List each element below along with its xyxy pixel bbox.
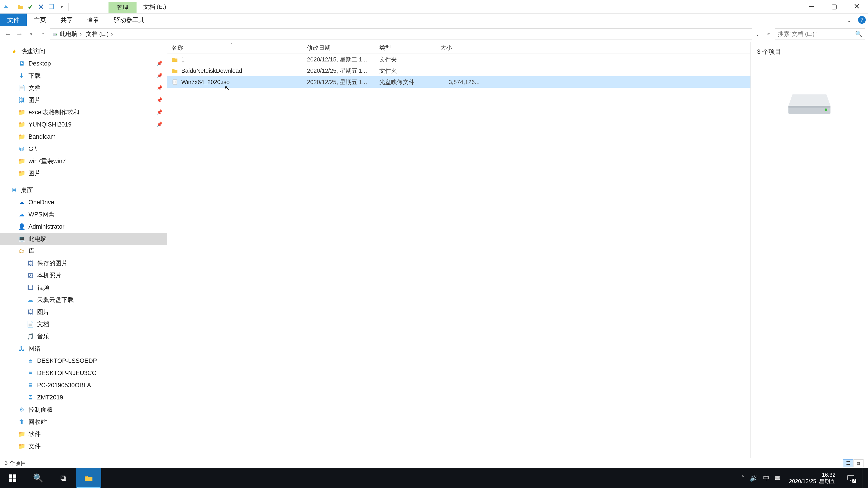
tree-win7reinstall[interactable]: 📁win7重装win7 xyxy=(0,155,167,167)
notification-badge: 3 xyxy=(852,479,856,483)
maximize-button[interactable]: ▢ xyxy=(823,0,845,13)
address-bar[interactable]: 此电脑 文档 (E:) xyxy=(50,29,752,40)
tree-admin[interactable]: 👤Administrator xyxy=(0,221,167,233)
taskbar-explorer[interactable] xyxy=(76,468,101,488)
tree-quick-access[interactable]: ★快速访问 xyxy=(0,45,167,57)
status-bar: 3 个项目 ☰ ▦ xyxy=(0,458,868,468)
tab-file[interactable]: 文件 xyxy=(0,13,27,26)
refresh-button[interactable]: ⟳ xyxy=(763,32,773,36)
tree-pictures3[interactable]: 🖼图片 xyxy=(0,306,167,318)
qat-check-icon[interactable]: ✔ xyxy=(26,2,35,12)
file-date: 2020/12/15, 星期二 1... xyxy=(303,56,375,64)
tree-net3[interactable]: 🖥PC-20190530OBLA xyxy=(0,379,167,391)
tree-net1[interactable]: 🖥DESKTOP-LSSOEDP xyxy=(0,355,167,367)
tree-excel[interactable]: 📁excel表格制作求和📌 xyxy=(0,106,167,119)
tree-net4[interactable]: 🖥ZMT2019 xyxy=(0,391,167,403)
explorer-window: ✔ ✕ ❒ ▾ 管理 文档 (E:) ─ ▢ ✕ 文件 主页 共享 查看 驱动器… xyxy=(0,0,868,468)
navigation-tree[interactable]: ★快速访问 🖥Desktop📌 ⬇下载📌 📄文档📌 🖼图片📌 📁excel表格制… xyxy=(0,42,167,458)
breadcrumb-drive[interactable]: 文档 (E:) xyxy=(86,30,115,38)
tree-camera-roll[interactable]: 🖼本机照片 xyxy=(0,269,167,282)
clock-time: 16:32 xyxy=(789,472,835,478)
tree-videos[interactable]: 🎞视频 xyxy=(0,282,167,294)
nav-recent-dropdown-icon[interactable]: ▾ xyxy=(26,29,36,39)
tree-gdrive[interactable]: ⛁G:\ xyxy=(0,143,167,155)
tree-this-pc[interactable]: 💻此电脑 xyxy=(0,233,167,245)
qat-customize-dropdown-icon[interactable]: ▾ xyxy=(57,2,67,12)
tree-music[interactable]: 🎵音乐 xyxy=(0,330,167,343)
taskbar[interactable]: 🔍 ⧉ ˄ 🔊 中 ✉ 16:32 2020/12/25, 星期五 3 xyxy=(0,468,868,488)
tree-recycle[interactable]: 🗑回收站 xyxy=(0,416,167,428)
nav-back-button[interactable]: ← xyxy=(3,29,13,39)
col-name[interactable]: 名称˄ xyxy=(167,44,303,52)
tree-documents[interactable]: 📄文档📌 xyxy=(0,82,167,94)
tree-pictures2[interactable]: 📁图片 xyxy=(0,167,167,180)
file-date: 2020/12/25, 星期五 1... xyxy=(303,78,375,86)
file-rows[interactable]: 12020/12/15, 星期二 1...文件夹BaiduNetdiskDown… xyxy=(167,54,750,458)
tree-documents2[interactable]: 📄文档 xyxy=(0,318,167,330)
tab-share[interactable]: 共享 xyxy=(53,13,80,26)
action-center-button[interactable]: 3 xyxy=(844,472,857,484)
qat-properties-icon[interactable]: ❒ xyxy=(46,2,56,12)
tree-net2[interactable]: 🖥DESKTOP-NJEU3CG xyxy=(0,367,167,379)
search-input[interactable] xyxy=(778,31,853,37)
tree-yunqishi[interactable]: 📁YUNQISHI2019📌 xyxy=(0,119,167,131)
contextual-tab-manage[interactable]: 管理 xyxy=(108,2,136,13)
start-button[interactable] xyxy=(0,468,25,488)
app-icon[interactable] xyxy=(1,2,11,12)
tree-network[interactable]: 🖧网络 xyxy=(0,343,167,355)
tree-files[interactable]: 📁文件 xyxy=(0,440,167,452)
tray-clock[interactable]: 16:32 2020/12/25, 星期五 xyxy=(785,472,839,484)
pin-icon: 📌 xyxy=(156,73,162,78)
tree-saved-pictures[interactable]: 🖼保存的图片 xyxy=(0,257,167,269)
ribbon-collapse-icon[interactable]: ⌄ xyxy=(844,15,854,24)
tab-home[interactable]: 主页 xyxy=(27,13,53,26)
file-row[interactable]: Win7x64_2020.iso2020/12/25, 星期五 1...光盘映像… xyxy=(167,76,750,88)
search-button[interactable]: 🔍 xyxy=(25,468,51,488)
minimize-button[interactable]: ─ xyxy=(800,0,823,13)
search-icon[interactable]: 🔍 xyxy=(855,31,862,37)
tree-wps[interactable]: ☁WPS网盘 xyxy=(0,208,167,221)
search-box[interactable]: 🔍 xyxy=(775,29,865,40)
tray-mail-icon[interactable]: ✉ xyxy=(775,475,780,482)
title-bar: ✔ ✕ ❒ ▾ 管理 文档 (E:) ─ ▢ ✕ xyxy=(0,0,868,13)
video-icon: 🎞 xyxy=(27,284,34,291)
svg-marker-4 xyxy=(788,94,831,106)
view-details-button[interactable]: ☰ xyxy=(843,459,853,467)
task-view-button[interactable]: ⧉ xyxy=(51,468,76,488)
tree-desktop[interactable]: 🖥Desktop📌 xyxy=(0,57,167,70)
help-icon[interactable]: ? xyxy=(858,16,866,24)
desktop-icon: 🖥 xyxy=(10,186,18,194)
tree-pictures[interactable]: 🖼图片📌 xyxy=(0,94,167,106)
tree-downloads[interactable]: ⬇下载📌 xyxy=(0,70,167,82)
tree-onedrive[interactable]: ☁OneDrive xyxy=(0,196,167,208)
show-desktop-button[interactable] xyxy=(863,468,865,488)
close-button[interactable]: ✕ xyxy=(845,0,868,13)
address-history-dropdown-icon[interactable]: ⌄ xyxy=(754,31,761,37)
tray-volume-icon[interactable]: 🔊 xyxy=(750,475,758,482)
tree-tianyi[interactable]: ☁天翼云盘下载 xyxy=(0,294,167,306)
breadcrumb-this-pc[interactable]: 此电脑 xyxy=(60,30,84,38)
col-date[interactable]: 修改日期 xyxy=(303,44,375,52)
qat-folder-icon[interactable] xyxy=(15,2,25,12)
col-size[interactable]: 大小 xyxy=(436,44,486,52)
nav-forward-button[interactable]: → xyxy=(14,29,24,39)
tree-software[interactable]: 📁软件 xyxy=(0,428,167,440)
tray-ime-icon[interactable]: 中 xyxy=(763,474,770,482)
svg-rect-12 xyxy=(85,476,88,477)
tab-drive-tools[interactable]: 驱动器工具 xyxy=(107,13,152,26)
tray-chevron-up-icon[interactable]: ˄ xyxy=(741,475,744,482)
tree-desktop-root[interactable]: 🖥桌面 xyxy=(0,184,167,196)
nav-up-button[interactable]: ↑ xyxy=(38,29,48,39)
disc-image-icon xyxy=(171,78,178,86)
col-type[interactable]: 类型 xyxy=(375,44,436,52)
computer-icon: 🖥 xyxy=(27,382,34,389)
file-row[interactable]: BaiduNetdiskDownload2020/12/25, 星期五 1...… xyxy=(167,65,750,76)
folder-icon: 📁 xyxy=(18,158,25,165)
tree-control-panel[interactable]: ⚙控制面板 xyxy=(0,403,167,416)
qat-delete-icon[interactable]: ✕ xyxy=(36,2,46,12)
tree-libraries[interactable]: 🗂库 xyxy=(0,245,167,257)
view-icons-button[interactable]: ▦ xyxy=(854,459,864,467)
tree-bandicam[interactable]: 📁Bandicam xyxy=(0,131,167,143)
file-row[interactable]: 12020/12/15, 星期二 1...文件夹 xyxy=(167,54,750,65)
tab-view[interactable]: 查看 xyxy=(80,13,107,26)
